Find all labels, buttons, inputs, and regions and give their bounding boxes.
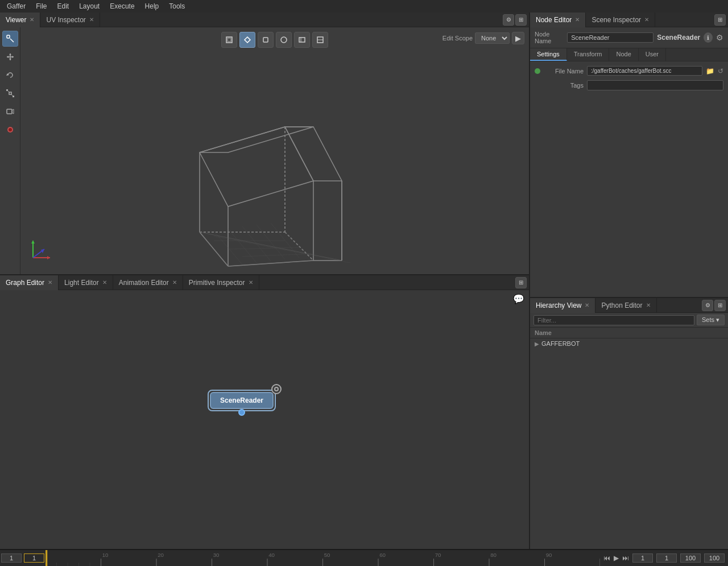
graph-node-scenereader[interactable]: SceneReader — [208, 390, 276, 411]
menu-file[interactable]: File — [31, 1, 51, 11]
tool-scale[interactable] — [2, 85, 18, 101]
svg-line-50 — [257, 225, 285, 259]
svg-line-1 — [10, 39, 14, 42]
tab-light-editor[interactable]: Light Editor ✕ — [59, 275, 113, 290]
svg-rect-13 — [13, 96, 14, 97]
tab-graph-editor[interactable]: Graph Editor ✕ — [0, 275, 59, 290]
edit-scope-btn[interactable]: ▶ — [512, 32, 524, 44]
graph-content[interactable]: 💬 SceneReader — [0, 290, 529, 549]
tab-uv-inspector-close[interactable]: ✕ — [89, 16, 94, 23]
tool-camera[interactable] — [2, 104, 18, 119]
settings-tab-settings[interactable]: Settings — [530, 48, 567, 61]
tab-light-editor-close[interactable]: ✕ — [102, 279, 107, 286]
svg-text:90: 90 — [546, 552, 552, 558]
tab-animation-editor-close[interactable]: ✕ — [172, 279, 177, 286]
settings-tab-node[interactable]: Node — [609, 48, 638, 61]
field-folder-btn[interactable]: 📁 — [706, 67, 714, 75]
edit-scope-select[interactable]: None — [475, 32, 510, 44]
tab-primitive-inspector[interactable]: Primitive Inspector ✕ — [183, 275, 259, 290]
sets-button[interactable]: Sets ▾ — [697, 315, 725, 325]
tab-hierarchy-view[interactable]: Hierarchy View ✕ — [530, 298, 595, 313]
viewer-layout-btn[interactable]: ⊞ — [515, 14, 527, 26]
tool-translate[interactable] — [2, 49, 18, 65]
list-item[interactable]: ▶ GAFFERBOT — [530, 338, 728, 349]
node-outer-box: SceneReader — [208, 390, 276, 411]
chat-btn[interactable]: 💬 — [513, 294, 524, 304]
viewport-tool-6[interactable] — [312, 32, 328, 48]
hier-item-name: GAFFERBOT — [541, 340, 580, 347]
viewport-tool-5[interactable] — [294, 32, 310, 48]
settings-tab-transform[interactable]: Transform — [567, 48, 610, 61]
timeline-current[interactable] — [24, 553, 44, 563]
viewport-tool-4[interactable] — [276, 32, 292, 48]
viewport-tool-3[interactable] — [258, 32, 274, 48]
tool-select[interactable] — [2, 31, 18, 47]
node-inner-box[interactable]: SceneReader — [210, 392, 274, 409]
viewer-area: Viewer ✕ UV Inspector ✕ ⚙ ⊞ — [0, 13, 529, 274]
settings-tab-user[interactable]: User — [639, 48, 666, 61]
menu-tools[interactable]: Tools — [164, 1, 189, 11]
hierarchy-content: Name ▶ GAFFERBOT — [530, 328, 728, 549]
tab-primitive-inspector-close[interactable]: ✕ — [249, 279, 253, 286]
tl-next-btn[interactable]: ⏭ — [621, 554, 630, 562]
tl-prev-btn[interactable]: ⏮ — [602, 554, 611, 562]
tab-hierarchy-close[interactable]: ✕ — [585, 302, 589, 308]
svg-point-17 — [9, 128, 12, 131]
field-value-filename[interactable] — [587, 66, 702, 76]
tab-node-editor-close[interactable]: ✕ — [575, 16, 580, 23]
node-settings-btn[interactable]: ⚙ — [716, 33, 723, 42]
expand-icon[interactable]: ▶ — [535, 341, 539, 347]
svg-marker-4 — [9, 53, 11, 55]
viewer-settings-btn[interactable]: ⚙ — [503, 14, 514, 26]
node-name-input[interactable] — [567, 32, 653, 43]
hierarchy-filter[interactable] — [533, 315, 694, 325]
hier-layout-btn[interactable]: ⊞ — [714, 300, 726, 311]
tab-scene-inspector[interactable]: Scene Inspector ✕ — [586, 13, 655, 27]
field-label-tags: Tags — [544, 82, 584, 89]
tab-animation-editor[interactable]: Animation Editor ✕ — [113, 275, 183, 290]
node-editor-layout-btn[interactable]: ⊞ — [714, 14, 726, 26]
node-info-btn[interactable]: ℹ — [704, 32, 713, 43]
field-reload-btn[interactable]: ↺ — [718, 67, 723, 75]
menu-help[interactable]: Help — [140, 1, 164, 11]
menu-edit[interactable]: Edit — [52, 1, 73, 11]
svg-line-41 — [214, 236, 350, 264]
tab-scene-inspector-close[interactable]: ✕ — [644, 16, 649, 23]
tl-play-btn[interactable]: ▶ — [613, 554, 620, 562]
svg-point-21 — [281, 37, 287, 43]
right-panel: Node Editor ✕ Scene Inspector ✕ ⊞ Node N… — [529, 13, 728, 549]
field-value-tags[interactable] — [587, 80, 723, 90]
tl-frame-input[interactable] — [632, 553, 653, 563]
viewport-3d-scene — [163, 73, 350, 274]
tab-graph-editor-close[interactable]: ✕ — [48, 279, 52, 286]
tab-uv-inspector[interactable]: UV Inspector ✕ — [40, 13, 100, 27]
viewer-tab-bar: Viewer ✕ UV Inspector ✕ ⚙ ⊞ — [0, 13, 529, 27]
tab-python-editor-close[interactable]: ✕ — [646, 302, 651, 308]
hier-view-btn[interactable]: ⚙ — [702, 300, 713, 311]
tab-viewer[interactable]: Viewer ✕ — [0, 13, 40, 27]
menu-execute[interactable]: Execute — [105, 1, 139, 11]
timeline-start[interactable] — [1, 553, 22, 563]
viewport-tool-2[interactable] — [239, 32, 255, 48]
tab-python-editor[interactable]: Python Editor ✕ — [595, 298, 656, 313]
viewport-tool-1[interactable] — [221, 32, 237, 48]
svg-rect-22 — [299, 38, 305, 42]
tab-viewer-close[interactable]: ✕ — [30, 16, 34, 23]
tool-rotate[interactable] — [2, 67, 18, 83]
tab-node-editor[interactable]: Node Editor ✕ — [530, 13, 586, 27]
node-input-port[interactable] — [238, 409, 245, 416]
graph-layout-btn[interactable]: ⊞ — [515, 277, 527, 288]
svg-marker-26 — [200, 127, 313, 206]
tl-fps[interactable] — [704, 553, 725, 563]
tl-end[interactable] — [680, 553, 701, 563]
menu-layout[interactable]: Layout — [75, 1, 104, 11]
tl-end-start[interactable] — [656, 553, 677, 563]
svg-line-44 — [228, 247, 299, 249]
svg-marker-54 — [47, 256, 50, 259]
timeline-ruler[interactable]: 10 20 30 40 50 60 70 80 90 — [46, 550, 600, 566]
viewer-tab-bar-right: ⚙ ⊞ — [503, 14, 529, 26]
menu-gaffer[interactable]: Gaffer — [2, 1, 30, 11]
tool-render[interactable] — [2, 122, 18, 138]
field-row-tags: Tags — [535, 80, 723, 90]
node-output-port[interactable] — [271, 384, 282, 394]
